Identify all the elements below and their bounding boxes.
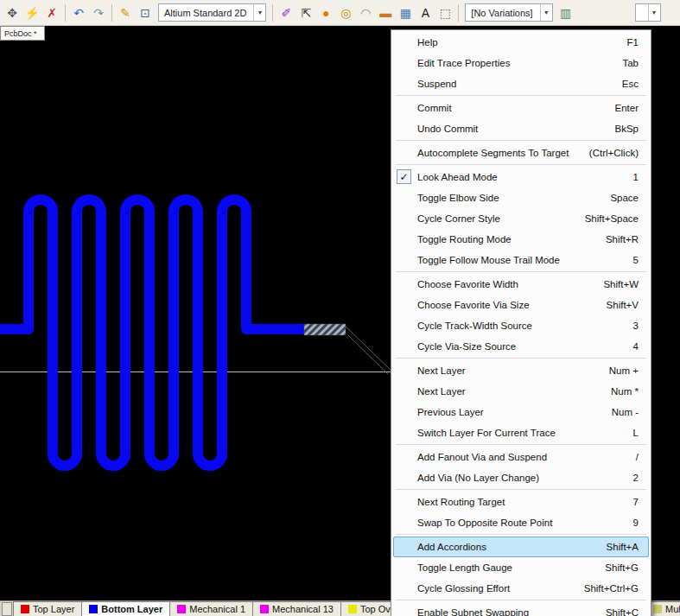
layer-color-swatch bbox=[260, 605, 269, 613]
menu-item-cycle-via-size-source[interactable]: Cycle Via-Size Source4 bbox=[393, 336, 649, 357]
menu-item-suspend[interactable]: SuspendEsc bbox=[393, 73, 649, 94]
menu-item-shortcut: Shift+Space bbox=[576, 213, 639, 224]
menu-item-label: Toggle Elbow Side bbox=[417, 193, 499, 203]
menu-item-edit-trace-properties[interactable]: Edit Trace PropertiesTab bbox=[393, 53, 649, 73]
menu-item-label: Suspend bbox=[417, 79, 456, 89]
menu-item-autocomplete-segments-to-target[interactable]: Autocomplete Segments To Target(Ctrl+Cli… bbox=[393, 143, 649, 163]
layer-color-swatch bbox=[177, 605, 186, 613]
variations-dropdown[interactable]: [No Variations]▼ bbox=[465, 3, 552, 22]
chevron-down-icon[interactable]: ▼ bbox=[253, 4, 263, 21]
menu-item-previous-layer[interactable]: Previous LayerNum - bbox=[393, 402, 649, 422]
menu-separator bbox=[396, 534, 646, 535]
menu-item-commit[interactable]: CommitEnter bbox=[393, 98, 649, 118]
menu-item-shortcut: Shift+C bbox=[597, 607, 639, 616]
menu-item-shortcut: F1 bbox=[619, 37, 639, 48]
layer-tab-mechanical-13[interactable]: Mechanical 13 bbox=[252, 601, 341, 616]
string-icon[interactable]: A bbox=[416, 3, 435, 22]
menu-item-toggle-elbow-side[interactable]: Toggle Elbow SideSpace bbox=[393, 187, 649, 208]
menu-item-label: Next Layer bbox=[417, 386, 466, 397]
menu-item-shortcut: 2 bbox=[625, 473, 639, 483]
board-insight-icon[interactable]: ⊡ bbox=[136, 3, 155, 22]
document-tab-label: PcbDoc * bbox=[4, 29, 37, 38]
serpentine-trace[interactable] bbox=[0, 200, 304, 466]
variations-dropdown-value: [No Variations] bbox=[471, 8, 532, 18]
room-icon[interactable]: ▦ bbox=[396, 3, 415, 22]
layer-color-swatch bbox=[653, 605, 662, 613]
menu-item-label: Next Routing Target bbox=[417, 497, 505, 507]
menu-item-shortcut: Space bbox=[601, 193, 639, 203]
menu-item-shortcut: Shift+G bbox=[596, 562, 639, 573]
layer-color-swatch bbox=[348, 605, 357, 613]
layer-tab-mechanical-1[interactable]: Mechanical 1 bbox=[169, 601, 253, 616]
altium-window: ✥⚡✗↶↷✎⊡Altium Standard 2D▼✐⇱●◎◠▬▦A⬚[No V… bbox=[0, 0, 680, 616]
menu-item-label: Cycle Corner Style bbox=[417, 213, 500, 224]
menu-item-add-accordions[interactable]: Add AccordionsShift+A bbox=[393, 537, 649, 557]
toolbar-separator bbox=[111, 4, 112, 22]
component-icon[interactable]: ⬚ bbox=[435, 3, 454, 22]
pad-icon[interactable]: ● bbox=[316, 3, 335, 22]
menu-item-next-layer[interactable]: Next LayerNum * bbox=[393, 381, 649, 402]
menu-item-swap-to-opposite-route-point[interactable]: Swap To Opposite Route Point9 bbox=[393, 512, 649, 533]
menu-item-toggle-routing-mode[interactable]: Toggle Routing ModeShift+R bbox=[393, 229, 649, 250]
menu-item-undo-commit[interactable]: Undo CommitBkSp bbox=[393, 118, 649, 139]
menu-item-cycle-track-width-source[interactable]: Cycle Track-Width Source3 bbox=[393, 315, 649, 336]
selected-segment-hatch[interactable] bbox=[304, 324, 346, 335]
menu-item-shortcut: 9 bbox=[625, 518, 639, 528]
menu-item-cycle-glossing-effort[interactable]: Cycle Glossing EffortShift+Ctrl+G bbox=[393, 578, 649, 599]
menu-item-cycle-corner-style[interactable]: Cycle Corner StyleShift+Space bbox=[393, 208, 649, 229]
layer-tab-label: Multilayer bbox=[665, 604, 680, 614]
menu-item-shortcut: Shift+V bbox=[598, 300, 639, 310]
layer-tab-top-layer[interactable]: Top Layer bbox=[13, 601, 82, 616]
chevron-down-icon[interactable]: ▼ bbox=[540, 4, 550, 21]
layer-tab-bottom-layer[interactable]: Bottom Layer bbox=[81, 601, 170, 616]
menu-item-switch-layer-for-current-trace[interactable]: Switch Layer For Current TraceL bbox=[393, 422, 649, 443]
menu-item-shortcut: Num * bbox=[602, 386, 639, 397]
menu-item-shortcut: 5 bbox=[625, 255, 639, 265]
quick-access-dropdown[interactable]: ▼ bbox=[635, 3, 661, 22]
menu-item-label: Add Via (No Layer Change) bbox=[417, 473, 539, 483]
tab-scroll-button[interactable] bbox=[2, 602, 12, 616]
menu-item-add-via-no-layer-change[interactable]: Add Via (No Layer Change)2 bbox=[393, 467, 649, 488]
menu-item-next-layer[interactable]: Next LayerNum + bbox=[393, 360, 649, 381]
menu-item-choose-favorite-width[interactable]: Choose Favorite WidthShift+W bbox=[393, 274, 649, 295]
menu-item-help[interactable]: HelpF1 bbox=[393, 32, 649, 53]
chevron-down-icon[interactable]: ▼ bbox=[648, 4, 658, 21]
menu-item-shortcut: BkSp bbox=[607, 124, 639, 134]
undo-icon[interactable]: ↶ bbox=[69, 3, 88, 22]
menu-item-shortcut: Shift+A bbox=[598, 542, 639, 552]
move-component-icon[interactable]: ✥ bbox=[3, 3, 22, 22]
menu-item-label: Toggle Follow Mouse Trail Mode bbox=[417, 255, 560, 265]
menu-item-toggle-follow-mouse-trail-mode[interactable]: Toggle Follow Mouse Trail Mode5 bbox=[393, 250, 649, 270]
redo-icon[interactable]: ↷ bbox=[89, 3, 108, 22]
menu-item-choose-favorite-via-size[interactable]: Choose Favorite Via SizeShift+V bbox=[393, 295, 649, 315]
menu-item-shortcut: Shift+R bbox=[597, 234, 639, 244]
toolbar-items: ✥⚡✗↶↷✎⊡Altium Standard 2D▼✐⇱●◎◠▬▦A⬚[No V… bbox=[3, 3, 677, 22]
menu-item-shortcut: Shift+Ctrl+G bbox=[575, 583, 639, 594]
via-icon[interactable]: ◎ bbox=[336, 3, 355, 22]
menu-separator bbox=[396, 271, 646, 272]
toolbar: ✥⚡✗↶↷✎⊡Altium Standard 2D▼✐⇱●◎◠▬▦A⬚[No V… bbox=[0, 0, 680, 26]
menu-item-add-fanout-via-and-suspend[interactable]: Add Fanout Via and Suspend/ bbox=[393, 447, 649, 467]
menu-item-shortcut: Enter bbox=[607, 103, 639, 113]
fill-icon[interactable]: ▬ bbox=[376, 3, 395, 22]
arc-icon[interactable]: ◠ bbox=[356, 3, 375, 22]
menu-item-next-routing-target[interactable]: Next Routing Target7 bbox=[393, 492, 649, 512]
menu-item-label: Help bbox=[417, 37, 438, 48]
pencil-icon[interactable]: ✎ bbox=[116, 3, 135, 22]
menu-item-toggle-length-gauge[interactable]: Toggle Length GaugeShift+G bbox=[393, 557, 649, 578]
menu-item-shortcut: Esc bbox=[613, 79, 639, 89]
menu-item-shortcut: 7 bbox=[625, 497, 639, 507]
variant-board-icon[interactable]: ▥ bbox=[556, 3, 575, 22]
interactive-routing-icon[interactable]: ✐ bbox=[276, 3, 296, 22]
menu-item-label: Cycle Via-Size Source bbox=[417, 341, 516, 352]
document-tab[interactable]: PcbDoc * bbox=[0, 26, 45, 41]
layer-tab-label: Top Layer bbox=[33, 604, 74, 614]
highlight-net-icon[interactable]: ⚡ bbox=[22, 3, 41, 22]
view-configuration-dropdown[interactable]: Altium Standard 2D▼ bbox=[158, 3, 266, 22]
clear-filter-icon[interactable]: ✗ bbox=[42, 3, 61, 22]
menu-item-enable-subnet-swapping[interactable]: Enable Subnet SwappingShift+C bbox=[393, 602, 649, 616]
menu-item-look-ahead-mode[interactable]: ✓Look Ahead Mode1 bbox=[393, 167, 649, 187]
context-menu: HelpF1Edit Trace PropertiesTabSuspendEsc… bbox=[391, 29, 651, 616]
route-direction-icon[interactable]: ⇱ bbox=[296, 3, 315, 22]
menu-item-shortcut: 1 bbox=[625, 172, 639, 182]
